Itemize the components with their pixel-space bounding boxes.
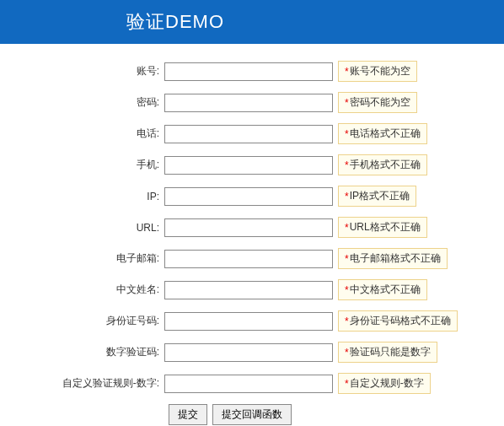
input-email[interactable] [164,250,333,268]
input-phone[interactable] [164,125,333,143]
field-row-email: 电子邮箱: *电子邮箱格式不正确 [0,248,504,269]
error-phone: *电话格式不正确 [338,123,427,144]
error-text: 电子邮箱格式不正确 [350,251,441,266]
field-row-password: 密码: *密码不能为空 [0,92,504,113]
input-idcard[interactable] [164,312,333,331]
label-account: 账号: [0,64,164,78]
field-row-mobile: 手机: *手机格式不正确 [0,154,504,175]
form-container: 账号: *账号不能为空 密码: *密码不能为空 电话: *电话格式不正确 手机:… [0,44,504,426]
label-email: 电子邮箱: [0,251,164,266]
input-mobile[interactable] [164,156,333,175]
field-row-custom: 自定义验证规则-数字: *自定义规则-数字 [0,373,504,394]
error-text: 账号不能为空 [350,64,410,78]
error-idcard: *身份证号码格式不正确 [338,310,458,332]
input-ip[interactable] [164,187,333,206]
error-password: *密码不能为空 [338,92,417,113]
asterisk-icon: * [345,66,349,78]
error-url: *URL格式不正确 [338,217,427,238]
submit-button[interactable]: 提交 [169,404,207,425]
field-row-url: URL: *URL格式不正确 [0,217,504,238]
field-row-phone: 电话: *电话格式不正确 [0,123,504,144]
label-captcha: 数字验证码: [0,345,164,359]
error-text: IP格式不正确 [350,189,410,203]
label-phone: 电话: [0,127,164,141]
error-ip: *IP格式不正确 [338,186,416,207]
input-password[interactable] [164,94,333,112]
field-row-captcha: 数字验证码: *验证码只能是数字 [0,342,504,363]
asterisk-icon: * [345,378,349,390]
asterisk-icon: * [345,97,349,109]
error-text: URL格式不正确 [350,220,421,235]
label-password: 密码: [0,95,164,110]
error-captcha: *验证码只能是数字 [338,342,437,363]
input-url[interactable] [164,218,333,237]
asterisk-icon: * [345,315,349,327]
page-title: 验证DEMO [126,9,224,35]
asterisk-icon: * [345,159,349,171]
error-text: 手机格式不正确 [350,158,421,172]
label-chinese-name: 中文姓名: [0,283,164,297]
asterisk-icon: * [345,222,349,234]
error-text: 电话格式不正确 [350,127,421,141]
asterisk-icon: * [345,347,349,359]
input-chinese-name[interactable] [164,281,333,299]
error-text: 验证码只能是数字 [350,345,431,359]
error-account: *账号不能为空 [338,61,417,82]
field-row-account: 账号: *账号不能为空 [0,61,504,82]
label-idcard: 身份证号码: [0,314,164,328]
error-email: *电子邮箱格式不正确 [338,248,448,269]
asterisk-icon: * [345,253,349,265]
asterisk-icon: * [345,128,349,140]
error-chinese-name: *中文格式不正确 [338,279,427,300]
button-row: 提交 提交回调函数 [0,404,504,425]
field-row-chinese-name: 中文姓名: *中文格式不正确 [0,279,504,300]
error-text: 自定义规则-数字 [350,376,424,391]
header: 验证DEMO [0,0,504,44]
field-row-idcard: 身份证号码: *身份证号码格式不正确 [0,310,504,332]
label-custom: 自定义验证规则-数字: [0,376,164,391]
error-mobile: *手机格式不正确 [338,154,427,175]
submit-callback-button[interactable]: 提交回调函数 [212,404,292,425]
asterisk-icon: * [345,191,349,202]
label-mobile: 手机: [0,158,164,172]
asterisk-icon: * [345,284,349,296]
error-custom: *自定义规则-数字 [338,373,431,394]
field-row-ip: IP: *IP格式不正确 [0,186,504,207]
error-text: 身份证号码格式不正确 [350,314,451,328]
input-account[interactable] [164,62,333,81]
label-ip: IP: [0,191,164,202]
error-text: 密码不能为空 [350,95,410,110]
label-url: URL: [0,222,164,234]
input-custom[interactable] [164,375,333,393]
input-captcha[interactable] [164,343,333,362]
error-text: 中文格式不正确 [350,283,421,297]
